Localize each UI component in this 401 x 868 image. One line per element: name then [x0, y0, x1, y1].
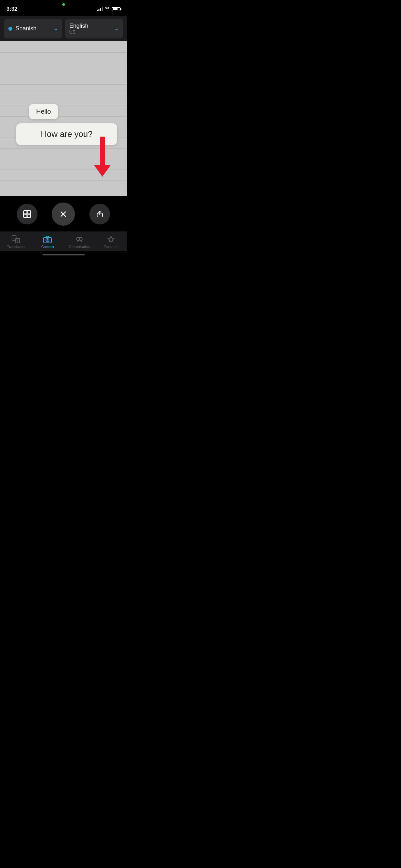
source-lang-chevron-icon: ⌄ — [54, 26, 58, 32]
target-language-sub: US — [69, 29, 89, 35]
gallery-button[interactable] — [17, 204, 37, 224]
tab-translation[interactable]: A 文 Translation — [0, 235, 32, 249]
status-icons — [97, 6, 120, 11]
status-time: 3:32 — [6, 6, 18, 12]
battery-icon — [112, 7, 120, 11]
translation-tab-label: Translation — [7, 245, 25, 249]
source-language-name: Spanish — [16, 25, 36, 32]
language-bar: Spanish ⌄ English US ⌄ — [0, 16, 127, 41]
hello-text: Hello — [36, 108, 51, 115]
red-arrow-indicator — [94, 136, 111, 177]
target-lang-chevron-icon: ⌄ — [114, 26, 119, 32]
arrow-shaft — [100, 136, 105, 166]
translation-bubble-hello: Hello — [29, 104, 58, 119]
target-language-button[interactable]: English US ⌄ — [65, 19, 123, 38]
source-lang-left: Spanish — [8, 25, 36, 32]
wifi-icon — [104, 6, 110, 11]
arrow-head — [94, 165, 111, 177]
favorites-tab-label: Favorites — [104, 245, 118, 249]
bottom-controls — [0, 196, 127, 231]
svg-rect-0 — [24, 211, 31, 218]
home-bar — [42, 254, 85, 255]
favorites-icon — [106, 235, 116, 244]
camera-tab-label: Camera — [41, 245, 54, 249]
tab-favorites[interactable]: Favorites — [95, 235, 127, 249]
status-bar: 3:32 — [0, 0, 127, 16]
svg-point-13 — [46, 239, 49, 242]
source-language-button[interactable]: Spanish ⌄ — [4, 19, 62, 38]
conversation-icon — [75, 235, 84, 244]
signal-icon — [97, 7, 103, 11]
tab-conversation[interactable]: Conversation — [64, 235, 95, 249]
tab-camera[interactable]: Camera — [32, 235, 63, 249]
how-text: How are you? — [41, 129, 92, 139]
home-indicator — [0, 251, 127, 259]
translation-icon: A 文 — [11, 235, 20, 244]
camera-view[interactable]: Hello How are you? — [0, 41, 127, 196]
tab-bar: A 文 Translation Camera Conversation Favo… — [0, 231, 127, 251]
green-dot-indicator — [62, 3, 65, 6]
svg-text:文: 文 — [17, 240, 19, 242]
target-lang-left: English US — [69, 23, 89, 35]
source-lang-dot — [8, 27, 12, 31]
conversation-tab-label: Conversation — [69, 245, 90, 249]
share-button[interactable] — [89, 204, 110, 224]
target-language-name: English — [69, 23, 89, 29]
camera-background: Hello How are you? — [0, 41, 127, 196]
svg-point-14 — [47, 240, 48, 241]
close-button[interactable] — [52, 203, 75, 226]
camera-icon — [43, 235, 52, 244]
svg-text:A: A — [13, 237, 15, 240]
